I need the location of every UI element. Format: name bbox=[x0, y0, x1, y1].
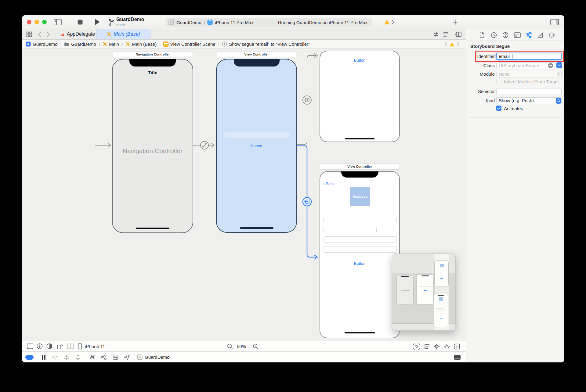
history-inspector-icon[interactable] bbox=[491, 32, 497, 38]
simulate-location-icon[interactable] bbox=[124, 354, 130, 360]
identifier-input[interactable] bbox=[497, 53, 561, 59]
scheme-selector[interactable]: GuardDemo ⟩ iPhone 11 Pro Max Running Gu… bbox=[165, 18, 372, 27]
class-field[interactable]: UIStoryboardSegue bbox=[496, 62, 555, 69]
module-dropdown-icon[interactable] bbox=[557, 72, 560, 76]
scheme-name[interactable]: GuardDemo bbox=[176, 20, 201, 25]
show-segue-email-selected[interactable] bbox=[297, 146, 317, 259]
next-issue-icon[interactable] bbox=[457, 42, 460, 47]
navigator-sidebar-toggle-icon[interactable] bbox=[54, 19, 62, 25]
root-relationship-segue[interactable] bbox=[193, 141, 214, 149]
connections-inspector-icon[interactable] bbox=[549, 32, 555, 38]
step-out-icon[interactable] bbox=[75, 354, 81, 360]
related-items-icon[interactable] bbox=[26, 31, 32, 37]
stop-button[interactable] bbox=[78, 20, 83, 25]
back-button[interactable]: ‹ Back bbox=[323, 182, 335, 186]
nav-placeholder-label[interactable]: Navigation Controller bbox=[113, 147, 193, 155]
nav-bar-title[interactable]: Title bbox=[113, 70, 193, 75]
animates-checkbox[interactable] bbox=[496, 106, 501, 111]
go-forward-icon[interactable] bbox=[46, 32, 50, 37]
storyboard-entry-arrow[interactable] bbox=[95, 143, 111, 147]
document-outline-toggle-icon[interactable] bbox=[27, 343, 33, 349]
text-field[interactable] bbox=[324, 217, 397, 223]
environment-overrides-icon[interactable] bbox=[112, 354, 119, 360]
scene-header-navigation-controller[interactable]: Navigation Controller bbox=[113, 51, 193, 57]
identity-inspector-icon[interactable] bbox=[514, 32, 521, 38]
tab-appdelegate[interactable]: AppDelegate bbox=[58, 29, 96, 39]
button[interactable]: Button bbox=[320, 58, 399, 63]
jumpbar-item-storyboard-base[interactable]: Main (Base) bbox=[125, 41, 157, 47]
kind-stepper-button[interactable] bbox=[556, 98, 561, 104]
embed-in-icon[interactable] bbox=[454, 343, 460, 350]
split-preview-icon[interactable] bbox=[67, 343, 74, 349]
breakpoints-toggle[interactable] bbox=[25, 355, 34, 360]
update-frames-icon[interactable] bbox=[413, 343, 420, 350]
memory-graph-icon[interactable] bbox=[101, 354, 107, 360]
storyboard-canvas[interactable]: Navigation Controller Title Navigation C… bbox=[22, 49, 466, 341]
jumpbar-item-storyboard[interactable]: Main bbox=[103, 41, 119, 47]
add-constraints-icon[interactable] bbox=[433, 343, 440, 350]
align-icon[interactable] bbox=[423, 343, 430, 350]
quick-help-inspector-icon[interactable] bbox=[502, 32, 508, 38]
warning-count[interactable]: 3 bbox=[391, 19, 394, 24]
minimize-button[interactable] bbox=[34, 20, 39, 24]
jumpbar-item-scene[interactable]: View Controller Scene bbox=[163, 41, 215, 47]
button[interactable]: Button bbox=[320, 261, 399, 266]
text-field[interactable] bbox=[224, 132, 290, 138]
run-button[interactable] bbox=[95, 19, 100, 25]
device-bezels-icon[interactable] bbox=[454, 355, 461, 360]
kind-field[interactable]: Show (e.g. Push) bbox=[496, 97, 562, 104]
text-field[interactable] bbox=[324, 246, 397, 253]
scene-header-view-controller-detail[interactable]: View Controller bbox=[320, 164, 400, 170]
jumpbar-item-group[interactable]: GuardDemo bbox=[64, 41, 96, 47]
run-destination[interactable]: iPhone 11 Pro Max bbox=[215, 20, 253, 25]
process-name[interactable]: GuardDemo bbox=[145, 354, 170, 360]
zoom-out-icon[interactable] bbox=[227, 343, 233, 350]
inherit-module-checkbox[interactable] bbox=[496, 79, 501, 84]
code-review-icon[interactable] bbox=[433, 32, 439, 37]
text-field[interactable] bbox=[324, 236, 397, 243]
jumpbar-item-project[interactable]: GuardDemo bbox=[26, 41, 58, 47]
pause-debug-icon[interactable] bbox=[42, 354, 46, 360]
attributes-inspector-icon[interactable] bbox=[526, 32, 532, 38]
color-variants-icon[interactable] bbox=[46, 343, 52, 349]
navigation-controller-scene[interactable]: Title Navigation Controller bbox=[112, 59, 193, 233]
add-tab-icon[interactable] bbox=[452, 19, 458, 25]
app-logo-image-view[interactable]: AppLogo bbox=[350, 187, 370, 206]
zoom-in-icon[interactable] bbox=[253, 343, 259, 350]
go-back-icon[interactable] bbox=[38, 32, 42, 37]
tab-main-storyboard[interactable]: Main (Base) bbox=[96, 29, 150, 39]
selector-field[interactable] bbox=[496, 88, 562, 95]
add-editor-icon[interactable] bbox=[455, 31, 462, 37]
class-dropdown-button[interactable] bbox=[556, 62, 562, 68]
top-view-controller-scene[interactable]: Button bbox=[320, 51, 400, 142]
zoom-level[interactable]: 50% bbox=[237, 344, 246, 349]
previous-issue-icon[interactable] bbox=[444, 42, 447, 47]
login-view-controller-scene[interactable]: Button bbox=[216, 59, 297, 233]
zoom-window-button[interactable] bbox=[42, 20, 47, 24]
text-field[interactable] bbox=[324, 227, 377, 233]
accessibility-icon[interactable] bbox=[37, 343, 43, 349]
view-hierarchy-icon[interactable] bbox=[89, 354, 96, 360]
step-over-icon[interactable] bbox=[52, 354, 59, 360]
editor-options-icon[interactable] bbox=[443, 32, 449, 37]
size-inspector-icon[interactable] bbox=[537, 32, 544, 38]
device-icon[interactable] bbox=[78, 343, 82, 350]
identifier-field[interactable] bbox=[496, 53, 562, 60]
device-name[interactable]: iPhone 11 bbox=[85, 344, 105, 349]
detail-view-controller-scene[interactable]: ‹ Back AppLogo Button bbox=[320, 171, 400, 338]
step-into-icon[interactable] bbox=[63, 354, 70, 360]
warning-icon[interactable] bbox=[449, 42, 454, 47]
canvas-minimap[interactable] bbox=[392, 254, 456, 331]
resolve-autolayout-icon[interactable] bbox=[443, 343, 450, 350]
jump-to-class-icon[interactable] bbox=[548, 63, 553, 68]
button[interactable]: Button bbox=[217, 144, 296, 148]
inspector-sidebar-toggle-icon[interactable] bbox=[550, 19, 559, 25]
file-inspector-icon[interactable] bbox=[479, 32, 485, 38]
module-field[interactable]: None bbox=[496, 71, 562, 77]
jumpbar-item-segue[interactable]: Show segue “email” to “View Controller” bbox=[222, 41, 310, 47]
scene-header-view-controller[interactable]: View Controller bbox=[217, 51, 296, 57]
close-button[interactable] bbox=[27, 20, 31, 24]
warning-icon[interactable] bbox=[384, 20, 390, 25]
show-segue-top[interactable] bbox=[297, 53, 317, 144]
orientation-icon[interactable] bbox=[56, 343, 63, 349]
